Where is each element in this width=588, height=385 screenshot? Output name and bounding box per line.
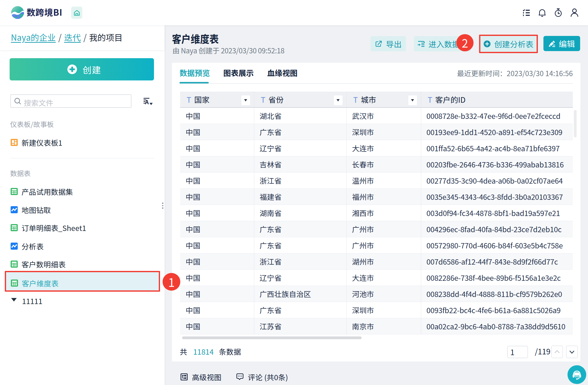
svg-text:A: A [145,98,149,106]
